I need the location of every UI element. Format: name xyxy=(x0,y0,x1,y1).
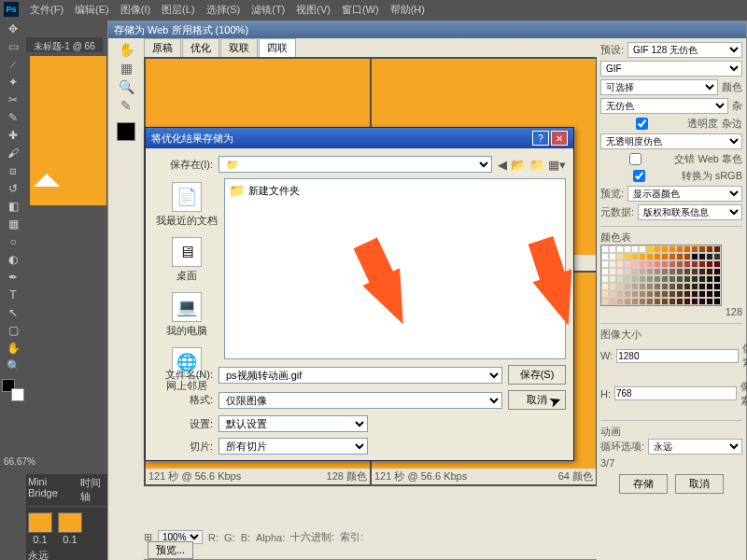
color-cell[interactable] xyxy=(698,268,706,275)
color-cell[interactable] xyxy=(669,283,676,290)
color-cell[interactable] xyxy=(624,260,631,268)
color-cell[interactable] xyxy=(616,283,624,290)
color-cell[interactable] xyxy=(609,275,616,283)
color-cell[interactable] xyxy=(646,298,654,305)
hand-icon[interactable]: ✋ xyxy=(119,42,134,57)
frame-thumb[interactable] xyxy=(28,512,52,533)
color-cell[interactable] xyxy=(706,253,713,260)
reduction-select[interactable]: 可选择 xyxy=(600,79,718,95)
preset-select[interactable]: GIF 128 无仿色 xyxy=(627,42,742,58)
color-cell[interactable] xyxy=(639,268,646,275)
preview-select[interactable]: 显示器颜色 xyxy=(627,186,742,202)
color-cell[interactable] xyxy=(601,290,609,298)
views-icon[interactable]: ▦▾ xyxy=(548,158,566,172)
blur-tool[interactable]: ○ xyxy=(2,233,24,250)
color-cell[interactable] xyxy=(646,253,654,260)
color-cell[interactable] xyxy=(698,283,706,290)
color-cell[interactable] xyxy=(676,298,684,305)
newfolder-icon[interactable]: 📁 xyxy=(529,158,544,172)
zoom-icon[interactable]: 🔍 xyxy=(119,79,134,94)
dither-select[interactable]: 无仿色 xyxy=(600,98,728,114)
color-cell[interactable] xyxy=(698,253,706,260)
settings-select[interactable]: 默认设置 xyxy=(218,415,368,432)
shape-tool[interactable]: ▢ xyxy=(2,322,24,339)
color-cell[interactable] xyxy=(639,275,646,283)
menu-file[interactable]: 文件(F) xyxy=(30,3,63,17)
color-cell[interactable] xyxy=(601,298,609,305)
color-cell[interactable] xyxy=(601,283,609,290)
transparency-check[interactable] xyxy=(600,118,684,130)
color-cell[interactable] xyxy=(646,283,654,290)
color-cell[interactable] xyxy=(646,260,654,268)
mini-bridge-tab[interactable]: Mini Bridge xyxy=(28,476,75,504)
loop-select[interactable]: 永远 xyxy=(648,439,742,455)
color-cell[interactable] xyxy=(691,290,698,298)
color-cell[interactable] xyxy=(639,283,646,290)
color-cell[interactable] xyxy=(691,268,698,275)
eraser-tool[interactable]: ◧ xyxy=(2,198,24,215)
menu-view[interactable]: 视图(V) xyxy=(296,3,331,17)
color-cell[interactable] xyxy=(646,275,654,283)
color-cell[interactable] xyxy=(601,275,609,283)
folder-item[interactable]: 📁新建文件夹 xyxy=(229,183,561,198)
color-cell[interactable] xyxy=(661,253,669,260)
menu-window[interactable]: 窗口(W) xyxy=(342,3,379,17)
color-cell[interactable] xyxy=(698,298,706,305)
color-cell[interactable] xyxy=(676,245,684,253)
place-recent[interactable]: 📄我最近的文档 xyxy=(156,182,218,228)
crop-tool[interactable]: ✂ xyxy=(2,91,24,108)
color-cell[interactable] xyxy=(669,290,676,298)
color-cell[interactable] xyxy=(601,253,609,260)
type-tool[interactable]: T xyxy=(2,287,24,303)
color-cell[interactable] xyxy=(639,260,646,268)
color-cell[interactable] xyxy=(609,268,616,275)
dodge-tool[interactable]: ◐ xyxy=(2,251,24,268)
color-cell[interactable] xyxy=(639,290,646,298)
savein-select[interactable]: 📁 xyxy=(218,156,492,173)
color-cell[interactable] xyxy=(654,283,661,290)
color-cell[interactable] xyxy=(713,283,721,290)
color-cell[interactable] xyxy=(676,275,684,283)
color-cell[interactable] xyxy=(624,253,631,260)
width-input[interactable] xyxy=(616,349,739,363)
brush-tool[interactable]: 🖌 xyxy=(2,145,24,161)
color-cell[interactable] xyxy=(713,253,721,260)
file-list[interactable]: 📁新建文件夹 xyxy=(224,178,566,359)
color-cell[interactable] xyxy=(669,245,676,253)
cancel-button[interactable]: 取消 xyxy=(675,474,724,494)
color-cell[interactable] xyxy=(661,283,669,290)
color-cell[interactable] xyxy=(706,275,713,283)
height-input[interactable] xyxy=(614,386,737,400)
color-swatches[interactable] xyxy=(2,379,24,401)
color-cell[interactable] xyxy=(624,290,631,298)
color-cell[interactable] xyxy=(601,245,609,253)
color-cell[interactable] xyxy=(713,275,721,283)
menu-layer[interactable]: 图层(L) xyxy=(162,3,194,17)
back-icon[interactable]: ◀ xyxy=(498,158,507,172)
color-cell[interactable] xyxy=(654,253,661,260)
wand-tool[interactable]: ✦ xyxy=(2,74,24,91)
menu-help[interactable]: 帮助(H) xyxy=(390,3,425,17)
color-cell[interactable] xyxy=(706,290,713,298)
up-icon[interactable]: 📂 xyxy=(511,158,526,172)
stamp-tool[interactable]: ⧇ xyxy=(2,162,24,179)
color-cell[interactable] xyxy=(616,260,624,268)
color-cell[interactable] xyxy=(713,245,721,253)
tab-4up[interactable]: 四联 xyxy=(259,38,296,58)
color-cell[interactable] xyxy=(713,260,721,268)
color-cell[interactable] xyxy=(654,298,661,305)
color-cell[interactable] xyxy=(609,290,616,298)
timeline-tab[interactable]: 时间轴 xyxy=(80,476,108,504)
color-cell[interactable] xyxy=(609,283,616,290)
color-cell[interactable] xyxy=(684,275,691,283)
trans-dither-select[interactable]: 无透明度仿色 xyxy=(600,133,742,149)
color-cell[interactable] xyxy=(676,283,684,290)
color-cell[interactable] xyxy=(624,283,631,290)
color-cell[interactable] xyxy=(616,253,624,260)
color-table[interactable] xyxy=(600,245,722,306)
color-cell[interactable] xyxy=(616,290,624,298)
color-cell[interactable] xyxy=(654,245,661,253)
zoom-tool[interactable]: 🔍 xyxy=(2,357,24,374)
history-brush-tool[interactable]: ↺ xyxy=(2,180,24,197)
color-cell[interactable] xyxy=(684,260,691,268)
